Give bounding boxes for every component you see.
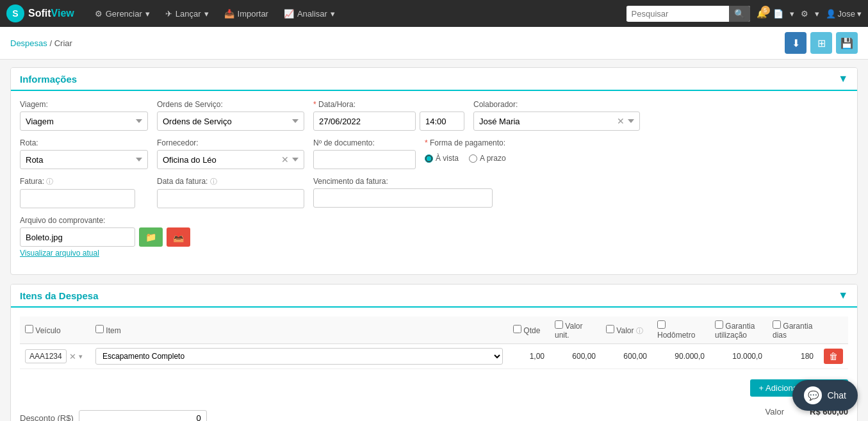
nav-analisar-label: Analisar — [297, 9, 327, 19]
informacoes-body: Viagem: Viagem Ordens de Serviço: Ordens… — [11, 91, 857, 274]
hodometro-checkbox-all[interactable] — [657, 320, 666, 329]
form-row-1: Viagem: Viagem Ordens de Serviço: Ordens… — [20, 100, 848, 131]
gear-icon: ⚙ — [95, 9, 102, 19]
informacoes-title: Informações — [20, 74, 77, 85]
row-gardias-cell: 180 — [767, 344, 819, 369]
desconto-input[interactable] — [79, 410, 207, 422]
logo-sofit-text: Sofit — [28, 8, 51, 19]
row-garutil-cell: 10.000,0 — [710, 344, 767, 369]
arquivo-remove-btn[interactable]: 📤 — [167, 227, 190, 247]
itens-body: Veículo Item Qtde Valor unit. — [11, 308, 857, 421]
row-qtde-cell: 1,00 — [508, 344, 550, 369]
veiculo-checkbox-all[interactable] — [25, 325, 33, 333]
chat-button[interactable]: 💬 Chat — [792, 380, 858, 411]
row-veiculo-cell: AAA1234 ✕ ▾ — [20, 344, 90, 369]
veiculo-cell: AAA1234 ✕ ▾ — [25, 349, 85, 363]
top-navigation: S Sofit View ⚙ Gerenciar ▾ ✈ Lançar ▾ 📥 … — [0, 0, 868, 27]
th-hodometro: Hodômetro — [652, 317, 710, 344]
itens-title: Itens da Despesa — [20, 290, 99, 301]
row-hodometro-cell: 90.000,0 — [652, 344, 710, 369]
ordens-select[interactable]: Ordens de Serviço — [157, 111, 304, 131]
fatura-input[interactable] — [20, 189, 135, 208]
user-icon: 👤 — [826, 9, 836, 19]
arquivo-input[interactable] — [20, 227, 135, 247]
datafatura-label: Data da fatura: ⓘ — [157, 177, 304, 186]
grid-button[interactable]: ⊞ — [810, 32, 832, 54]
fornecedor-select-wrapper: Oficina do Léo ✕ — [157, 150, 304, 169]
form-row-2: Rota: Rota Fornecedor: Oficina do Léo ✕ — [20, 138, 848, 169]
file-icon[interactable]: 📄 — [773, 9, 783, 19]
colaborador-select[interactable]: José Maria — [473, 111, 640, 131]
row-hodometro-value: 90.000,0 — [675, 352, 705, 361]
datafatura-input[interactable] — [157, 189, 304, 208]
colaborador-clear-btn[interactable]: ✕ — [617, 116, 625, 126]
hora-input[interactable] — [420, 111, 464, 131]
table-row: AAA1234 ✕ ▾ Escapamento Completo 1,00 — [20, 344, 848, 369]
informacoes-toggle[interactable]: ▼ — [838, 73, 848, 85]
th-gardias: Garantia dias — [767, 317, 819, 344]
row-qtde-value: 1,00 — [530, 352, 545, 361]
pagamento-avista-option[interactable]: À vista — [425, 154, 459, 163]
valor-checkbox-all[interactable] — [606, 325, 614, 333]
row-valor-cell: 600,00 — [601, 344, 652, 369]
pagamento-avista-radio[interactable] — [425, 154, 433, 163]
search-button[interactable]: 🔍 — [729, 6, 750, 22]
nav-gerenciar[interactable]: ⚙ Gerenciar ▾ — [87, 0, 158, 27]
arquivo-upload-btn[interactable]: 📁 — [139, 227, 163, 247]
fornecedor-label: Fornecedor: — [157, 138, 304, 147]
nav-icons: 🔔 5 📄 ▾ ⚙ ▾ 👤 Jose ▾ — [757, 9, 862, 19]
datafatura-info-icon: ⓘ — [210, 177, 217, 185]
row-garutil-value: 10.000,0 — [732, 352, 762, 361]
settings-icon[interactable]: ⚙ — [801, 9, 808, 19]
save-button[interactable]: 💾 — [836, 32, 858, 54]
nav-lancar[interactable]: ✈ Lançar ▾ — [158, 0, 217, 27]
rota-select[interactable]: Rota — [20, 150, 148, 169]
nav-importar[interactable]: 📥 Importar — [217, 0, 276, 27]
documento-input[interactable] — [313, 150, 416, 169]
nav-analisar[interactable]: 📈 Analisar ▾ — [276, 0, 343, 27]
chevron-down-icon3: ▾ — [331, 9, 335, 19]
item-checkbox-all[interactable] — [95, 325, 104, 333]
item-select[interactable]: Escapamento Completo — [95, 348, 503, 365]
datafatura-group: Data da fatura: ⓘ — [157, 177, 304, 208]
items-table-header: Veículo Item Qtde Valor unit. — [20, 317, 848, 344]
valunit-checkbox-all[interactable] — [555, 320, 563, 329]
viagem-select[interactable]: Viagem — [20, 111, 148, 131]
datahora-group: * Data/Hora: — [313, 100, 464, 131]
fatura-label: Fatura: ⓘ — [20, 177, 148, 186]
pagamento-aprazo-label: A prazo — [480, 154, 506, 163]
chevron-down-icon: ▾ — [145, 9, 150, 19]
breadcrumb-actions: ⬇ ⊞ 💾 — [785, 32, 858, 54]
veiculo-arrow-btn[interactable]: ▾ — [79, 352, 83, 361]
pagamento-aprazo-radio[interactable] — [469, 154, 477, 163]
row-valunit-value: 600,00 — [572, 352, 596, 361]
download-button[interactable]: ⬇ — [785, 32, 807, 54]
totals-row: Desconto (R$) Valor R$ 600,00 Desconto R… — [20, 407, 848, 421]
data-input[interactable] — [313, 111, 416, 131]
desconto-label: Desconto (R$) — [20, 413, 74, 422]
row-delete-cell: 🗑 — [819, 344, 848, 369]
user-menu[interactable]: 👤 Jose ▾ — [826, 9, 862, 19]
chat-label: Chat — [827, 390, 846, 400]
items-table: Veículo Item Qtde Valor unit. — [20, 317, 848, 369]
arquivo-link[interactable]: Visualizar arquivo atual — [20, 249, 190, 258]
rota-group: Rota: Rota — [20, 138, 148, 169]
form-row-3: Fatura: ⓘ Data da fatura: ⓘ Vencimento d… — [20, 177, 848, 208]
notification-bell[interactable]: 🔔 5 — [757, 9, 767, 19]
veiculo-clear-btn[interactable]: ✕ — [69, 352, 76, 361]
vencimento-input[interactable] — [313, 188, 493, 208]
informacoes-section: Informações ▼ Viagem: Viagem Ordens de S… — [10, 67, 858, 275]
breadcrumb-parent[interactable]: Despesas — [10, 38, 47, 48]
gardias-checkbox-all[interactable] — [773, 320, 781, 329]
garutil-checkbox-all[interactable] — [715, 320, 723, 329]
itens-toggle[interactable]: ▼ — [838, 290, 848, 301]
fornecedor-clear-btn[interactable]: ✕ — [281, 154, 289, 165]
row-valor-value: 600,00 — [623, 352, 647, 361]
qtde-checkbox-all[interactable] — [513, 325, 521, 333]
chat-icon: 💬 — [804, 386, 822, 404]
search-input[interactable] — [626, 6, 729, 21]
pagamento-group: * Forma de pagamento: À vista A prazo — [425, 138, 506, 169]
row-delete-btn[interactable]: 🗑 — [824, 349, 843, 364]
pagamento-aprazo-option[interactable]: A prazo — [469, 154, 506, 163]
logo: S Sofit View — [6, 4, 74, 22]
